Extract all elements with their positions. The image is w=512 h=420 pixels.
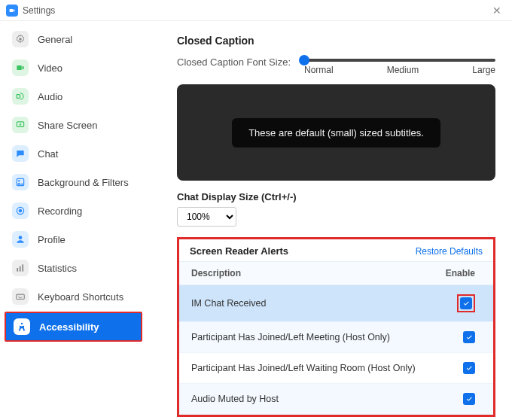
svg-point-11 xyxy=(21,323,23,324)
closed-caption-title: Closed Caption xyxy=(177,35,495,47)
sidebar-item-share-screen[interactable]: Share Screen xyxy=(5,111,142,138)
alerts-table-header: Description Enable xyxy=(179,261,493,285)
sidebar-item-profile[interactable]: Profile xyxy=(5,226,142,253)
sidebar-item-label: Audio xyxy=(38,91,62,102)
background-icon xyxy=(12,174,29,190)
svg-point-3 xyxy=(18,180,20,181)
sidebar-item-chat[interactable]: Chat xyxy=(5,140,142,167)
svg-point-0 xyxy=(19,38,22,41)
close-button[interactable]: ✕ xyxy=(488,3,506,18)
sidebar-item-accessibility[interactable]: Accessibility xyxy=(5,312,142,342)
caption-preview: These are default (small) sized subtitle… xyxy=(177,84,495,181)
alert-checkbox[interactable] xyxy=(463,331,475,343)
alert-checkbox[interactable] xyxy=(463,362,475,374)
slider-thumb[interactable] xyxy=(299,55,309,65)
alert-description: IM Chat Received xyxy=(191,298,266,309)
font-size-label: Closed Caption Font Size: xyxy=(177,54,291,68)
share-icon xyxy=(12,117,29,133)
chat-size-label: Chat Display Size (Ctrl+/-) xyxy=(177,191,495,202)
slider-label-normal: Normal xyxy=(304,65,334,75)
svg-rect-9 xyxy=(22,264,23,271)
svg-rect-8 xyxy=(20,266,21,272)
sidebar-item-label: Recording xyxy=(38,205,82,217)
col-enable: Enable xyxy=(446,268,475,278)
sidebar-item-label: Share Screen xyxy=(38,120,98,131)
sidebar: General Video Audio Share Screen Chat Ba… xyxy=(0,21,147,420)
titlebar: Settings ✕ xyxy=(0,0,512,21)
sidebar-item-statistics[interactable]: Statistics xyxy=(5,254,142,282)
app-icon xyxy=(6,5,18,17)
svg-rect-10 xyxy=(17,294,25,299)
alerts-title: Screen Reader Alerts xyxy=(190,245,288,257)
sidebar-item-keyboard-shortcuts[interactable]: Keyboard Shortcuts xyxy=(5,283,142,310)
preview-subtitle-text: These are default (small) sized subtitle… xyxy=(232,118,440,148)
screen-reader-alerts-panel: Screen Reader Alerts Restore Defaults De… xyxy=(177,237,495,417)
alert-row[interactable]: Participant Has Joined/Left Meeting (Hos… xyxy=(179,322,493,353)
sidebar-item-audio[interactable]: Audio xyxy=(5,83,142,110)
alert-checkbox[interactable] xyxy=(460,297,472,309)
keyboard-icon xyxy=(12,288,29,305)
sidebar-item-label: Keyboard Shortcuts xyxy=(38,291,123,303)
restore-defaults-link[interactable]: Restore Defaults xyxy=(416,246,483,257)
gear-icon xyxy=(12,31,29,47)
sidebar-item-label: Accessibility xyxy=(39,321,99,333)
sidebar-item-label: Background & Filters xyxy=(38,177,129,188)
chat-size-select[interactable]: 100% xyxy=(177,207,236,227)
svg-rect-7 xyxy=(17,268,18,272)
sidebar-item-label: Profile xyxy=(38,234,66,245)
sidebar-item-video[interactable]: Video xyxy=(5,54,142,81)
accessibility-icon xyxy=(14,318,30,335)
slider-label-large: Large xyxy=(472,65,495,75)
sidebar-item-label: Chat xyxy=(38,148,58,160)
sidebar-item-recording[interactable]: Recording xyxy=(5,197,142,224)
alert-description: Participant Has Joined/Left Meeting (Hos… xyxy=(191,332,390,342)
window-title: Settings xyxy=(23,5,55,16)
alert-row[interactable]: Participant Has Joined/Left Waiting Room… xyxy=(179,353,493,384)
audio-icon xyxy=(12,88,29,105)
chat-icon xyxy=(12,145,29,162)
svg-point-6 xyxy=(19,236,23,239)
alert-row[interactable]: Audio Muted by Host xyxy=(179,384,493,415)
checkbox-highlight xyxy=(457,294,475,312)
sidebar-item-label: General xyxy=(38,34,72,45)
alert-description: Audio Muted by Host xyxy=(191,394,279,404)
sidebar-item-general[interactable]: General xyxy=(5,26,142,53)
slider-label-medium: Medium xyxy=(387,65,419,75)
font-size-slider[interactable] xyxy=(304,59,495,62)
sidebar-item-label: Video xyxy=(38,62,62,74)
alert-row[interactable]: IM Chat Received xyxy=(179,285,493,322)
record-icon xyxy=(12,202,29,219)
svg-point-5 xyxy=(19,209,23,213)
col-description: Description xyxy=(191,268,241,278)
alert-description: Participant Has Joined/Left Waiting Room… xyxy=(191,363,416,373)
video-icon xyxy=(12,59,29,76)
sidebar-item-background-filters[interactable]: Background & Filters xyxy=(5,169,142,196)
stats-icon xyxy=(12,260,29,276)
profile-icon xyxy=(12,231,29,248)
main-content: Closed Caption Closed Caption Font Size:… xyxy=(147,21,512,420)
sidebar-item-label: Statistics xyxy=(38,263,77,274)
alert-checkbox[interactable] xyxy=(463,393,475,405)
